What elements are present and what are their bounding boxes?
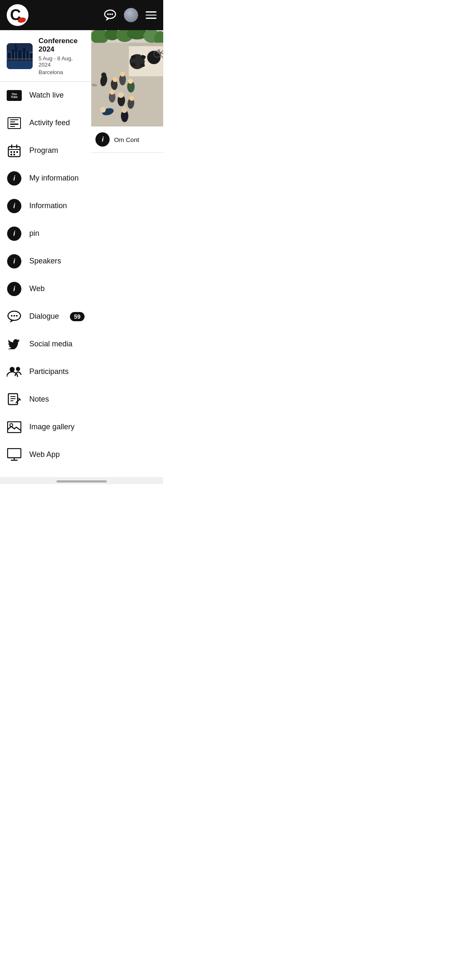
speakers-icon: i <box>7 254 22 269</box>
svg-point-30 <box>11 315 13 317</box>
menu-item-activity-feed[interactable]: Activity feed <box>0 109 91 137</box>
svg-rect-24 <box>10 151 12 153</box>
conference-dates: 5 Aug - 8 Aug, 2024 <box>39 55 85 68</box>
svg-rect-25 <box>13 151 15 153</box>
web-app-label: Web App <box>29 450 85 459</box>
svg-rect-54 <box>129 43 163 46</box>
header-icons <box>104 8 157 22</box>
my-information-label: My information <box>29 174 85 183</box>
menu-item-participants[interactable]: Participants <box>0 358 91 386</box>
information-icon: i <box>7 199 22 214</box>
dialogue-icon <box>7 309 22 324</box>
app-logo[interactable]: C <box>7 4 28 26</box>
svg-point-77 <box>110 90 115 95</box>
info-card[interactable]: i Om Cont <box>91 126 163 153</box>
app-header: C <box>0 0 163 30</box>
program-icon <box>7 143 22 158</box>
activity-feed-label: Activity feed <box>29 119 85 127</box>
participants-icon <box>7 364 22 379</box>
svg-point-73 <box>120 72 125 77</box>
svg-point-83 <box>100 107 106 113</box>
dialogue-label: Dialogue <box>29 312 62 321</box>
menu-item-information[interactable]: i Information <box>0 192 91 220</box>
svg-point-69 <box>101 72 106 77</box>
svg-point-31 <box>13 315 15 317</box>
scroll-bar-container <box>0 477 163 484</box>
web-icon: i <box>7 281 22 297</box>
svg-rect-42 <box>8 449 21 458</box>
main-content: Conference 2024 5 Aug - 8 Aug, 2024 Barc… <box>0 30 163 477</box>
user-avatar[interactable] <box>124 8 138 22</box>
scroll-bar[interactable] <box>56 480 107 482</box>
menu-item-pin[interactable]: i pin <box>0 220 91 248</box>
svg-point-75 <box>128 79 133 84</box>
svg-point-6 <box>111 13 113 15</box>
svg-point-5 <box>109 13 111 15</box>
menu-item-image-gallery[interactable]: Image gallery <box>0 413 91 441</box>
menu-item-dialogue[interactable]: Dialogue 59 <box>0 303 91 330</box>
svg-point-34 <box>16 367 20 371</box>
youtube-icon: You Tube <box>7 88 22 103</box>
speakers-label: Speakers <box>29 257 85 266</box>
activity-feed-icon <box>7 116 22 131</box>
svg-point-81 <box>129 96 134 101</box>
info-card-icon: i <box>95 132 110 147</box>
svg-rect-17 <box>7 58 33 60</box>
menu-item-speakers[interactable]: i Speakers <box>0 248 91 275</box>
conference-image <box>7 43 33 69</box>
svg-rect-26 <box>16 151 18 153</box>
my-information-icon: i <box>7 171 22 186</box>
web-app-icon <box>7 447 22 462</box>
social-media-icon <box>7 337 22 352</box>
participants-label: Participants <box>29 367 85 376</box>
pin-label: pin <box>29 229 85 238</box>
event-image <box>91 30 163 126</box>
menu-item-watch-live[interactable]: You Tube Watch live <box>0 82 91 109</box>
svg-rect-27 <box>10 154 12 155</box>
svg-rect-28 <box>13 154 15 155</box>
menu-item-my-information[interactable]: i My information <box>0 165 91 192</box>
image-gallery-icon <box>7 420 22 435</box>
information-label: Information <box>29 201 85 210</box>
hamburger-menu-button[interactable] <box>146 11 157 19</box>
svg-point-79 <box>118 92 124 98</box>
chat-icon[interactable] <box>104 9 116 21</box>
conference-name: Conference 2024 <box>39 37 85 54</box>
menu-item-web-app[interactable]: Web App <box>0 441 91 469</box>
svg-point-71 <box>113 77 118 82</box>
watch-live-label: Watch live <box>29 91 85 100</box>
info-card-text: Om Cont <box>114 136 139 143</box>
right-panel: i Om Cont <box>91 30 163 477</box>
notes-icon <box>7 392 22 407</box>
svg-point-32 <box>16 315 18 317</box>
svg-point-33 <box>10 367 15 372</box>
svg-point-85 <box>121 107 127 113</box>
menu-item-notes[interactable]: Notes <box>0 386 91 413</box>
web-label: Web <box>29 284 85 293</box>
menu-item-program[interactable]: Program <box>0 137 91 165</box>
social-media-label: Social media <box>29 340 85 348</box>
sidebar: Conference 2024 5 Aug - 8 Aug, 2024 Barc… <box>0 30 91 477</box>
notes-label: Notes <box>29 395 85 404</box>
svg-point-4 <box>107 13 109 15</box>
svg-rect-40 <box>8 422 21 433</box>
pin-icon: i <box>7 226 22 241</box>
dialogue-badge: 59 <box>70 312 85 321</box>
menu-item-web[interactable]: i Web <box>0 275 91 303</box>
conference-location: Barcelona <box>39 69 85 75</box>
conference-info: Conference 2024 5 Aug - 8 Aug, 2024 Barc… <box>39 37 85 75</box>
image-gallery-label: Image gallery <box>29 423 85 431</box>
conference-header: Conference 2024 5 Aug - 8 Aug, 2024 Barc… <box>0 30 91 82</box>
menu-item-social-media[interactable]: Social media <box>0 330 91 358</box>
program-label: Program <box>29 146 85 155</box>
